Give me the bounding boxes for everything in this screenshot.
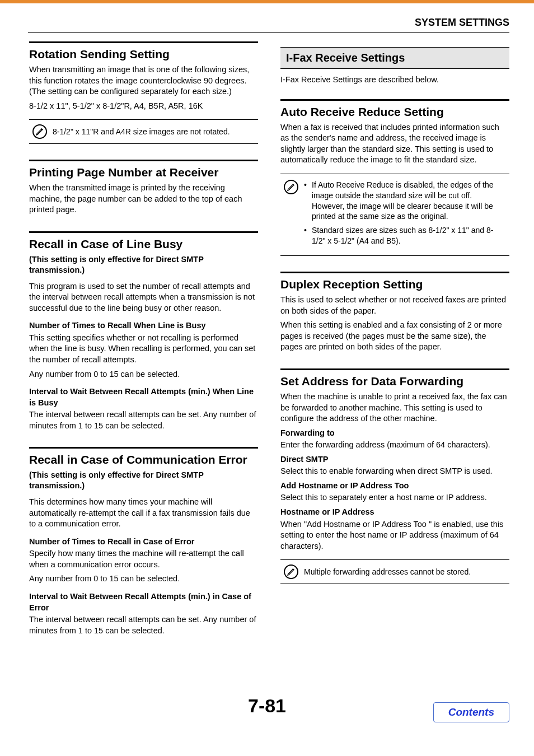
header-title: SYSTEM SETTINGS bbox=[415, 17, 509, 29]
rotation-para-1: When transmitting an image that is one o… bbox=[29, 64, 258, 97]
recall-err-subnote: (This setting is only effective for Dire… bbox=[29, 470, 258, 491]
forward-para-5: When "Add Hostname or IP Address Too " i… bbox=[280, 519, 509, 552]
ifax-receive-heading: I-Fax Receive Settings bbox=[286, 52, 504, 64]
forward-para-4: Select this to separately enter a host n… bbox=[280, 492, 509, 503]
forward-bold-4: Hostname or IP Address bbox=[280, 507, 509, 518]
section-rule bbox=[280, 272, 509, 273]
section-rule bbox=[29, 41, 258, 43]
autoreduce-heading: Auto Receive Reduce Setting bbox=[280, 105, 509, 119]
page-header: SYSTEM SETTINGS bbox=[0, 0, 534, 35]
section-duplex-reception: Duplex Reception Setting This is used to… bbox=[280, 272, 509, 353]
recall-busy-bold-1: Number of Times to Recall When Line is B… bbox=[29, 320, 258, 332]
ifax-receive-heading-box: I-Fax Receive Settings bbox=[280, 47, 509, 69]
duplex-para-2: When this setting is enabled and a fax c… bbox=[280, 320, 509, 353]
contents-button[interactable]: Contents bbox=[433, 702, 509, 722]
recall-err-para-3: Any number from 0 to 15 can be selected. bbox=[29, 573, 258, 585]
section-auto-receive-reduce: Auto Receive Reduce Setting When a fax i… bbox=[280, 99, 509, 256]
autoreduce-note: If Auto Receive Reduce is disabled, the … bbox=[280, 174, 509, 256]
header-underline bbox=[28, 32, 509, 33]
recall-err-bold-2: Interval to Wait Between Recall Attempts… bbox=[29, 591, 258, 613]
rotation-para-2: 8-1/2 x 11", 5-1/2" x 8-1/2"R, A4, B5R, … bbox=[29, 101, 258, 112]
pencil-icon bbox=[287, 183, 296, 192]
forward-para-1: When the machine is unable to print a re… bbox=[280, 391, 509, 424]
section-rotation-sending: Rotation Sending Setting When transmitti… bbox=[29, 41, 258, 144]
duplex-para-1: This is used to select whether or not re… bbox=[280, 295, 509, 316]
forward-para-3: Select this to enable forwarding when di… bbox=[280, 466, 509, 477]
recall-busy-para-1: This program is used to set the number o… bbox=[29, 281, 258, 314]
forward-bold-1: Forwarding to bbox=[280, 428, 509, 439]
recall-busy-para-3: Any number from 0 to 15 can be selected. bbox=[29, 369, 258, 380]
recall-err-bold-1: Number of Times to Recall in Case of Err… bbox=[29, 536, 258, 548]
recall-busy-bold-2: Interval to Wait Between Recall Attempts… bbox=[29, 386, 258, 408]
header-accent-bar bbox=[0, 0, 534, 3]
section-rule bbox=[280, 368, 509, 370]
section-recall-error: Recall in Case of Communication Error (T… bbox=[29, 447, 258, 636]
ifax-desc: I-Fax Receive Settings are described bel… bbox=[280, 74, 509, 86]
recall-busy-para-2: This setting specifies whether or not re… bbox=[29, 333, 258, 366]
rotation-note-text: 8-1/2" x 11"R and A4R size images are no… bbox=[53, 127, 255, 137]
pagenum-heading: Printing Page Number at Receiver bbox=[29, 166, 258, 179]
forward-bold-3: Add Hostname or IP Address Too bbox=[280, 480, 509, 492]
forward-note: Multiple forwarding addresses cannot be … bbox=[280, 559, 509, 584]
note-icon bbox=[284, 564, 298, 579]
recall-err-para-1: This determines how many times your mach… bbox=[29, 497, 258, 530]
recall-busy-heading: Recall in Case of Line Busy bbox=[29, 237, 258, 251]
section-page-number-receiver: Printing Page Number at Receiver When th… bbox=[29, 160, 258, 216]
autoreduce-para: When a fax is received that includes pri… bbox=[280, 122, 509, 166]
section-recall-busy: Recall in Case of Line Busy (This settin… bbox=[29, 231, 258, 431]
forward-para-2: Enter the forwarding address (maximum of… bbox=[280, 440, 509, 451]
section-rule bbox=[280, 99, 509, 101]
rotation-note: 8-1/2" x 11"R and A4R size images are no… bbox=[29, 119, 258, 144]
section-rule bbox=[29, 231, 258, 233]
section-data-forwarding: Set Address for Data Forwarding When the… bbox=[280, 368, 509, 584]
right-column: I-Fax Receive Settings I-Fax Receive Set… bbox=[280, 41, 509, 652]
recall-busy-subnote: (This setting is only effective for Dire… bbox=[29, 254, 258, 276]
autoreduce-note-bullet-2: Standard sizes are sizes such as 8-1/2" … bbox=[304, 225, 506, 246]
page-body: Rotation Sending Setting When transmitti… bbox=[0, 35, 534, 652]
duplex-heading: Duplex Reception Setting bbox=[280, 278, 509, 291]
recall-err-para-2: Specify how many times the machine will … bbox=[29, 548, 258, 570]
recall-err-para-4: The interval between recall attempts can… bbox=[29, 614, 258, 636]
note-icon bbox=[284, 180, 298, 194]
left-column: Rotation Sending Setting When transmitti… bbox=[29, 41, 258, 652]
recall-err-heading: Recall in Case of Communication Error bbox=[29, 453, 258, 466]
pencil-icon bbox=[287, 567, 296, 576]
note-icon bbox=[32, 124, 47, 139]
section-rule bbox=[29, 447, 258, 449]
pagenum-para: When the transmitted image is printed by… bbox=[29, 183, 258, 216]
forward-note-text: Multiple forwarding addresses cannot be … bbox=[304, 567, 506, 577]
autoreduce-note-bullet-1: If Auto Receive Reduce is disabled, the … bbox=[304, 180, 506, 222]
recall-busy-para-4: The interval between recall attempts can… bbox=[29, 409, 258, 431]
section-rule bbox=[29, 160, 258, 161]
forward-heading: Set Address for Data Forwarding bbox=[280, 375, 509, 388]
rotation-heading: Rotation Sending Setting bbox=[29, 48, 258, 61]
pencil-icon bbox=[35, 127, 44, 136]
forward-bold-2: Direct SMTP bbox=[280, 454, 509, 465]
autoreduce-note-text: If Auto Receive Reduce is disabled, the … bbox=[304, 180, 506, 250]
